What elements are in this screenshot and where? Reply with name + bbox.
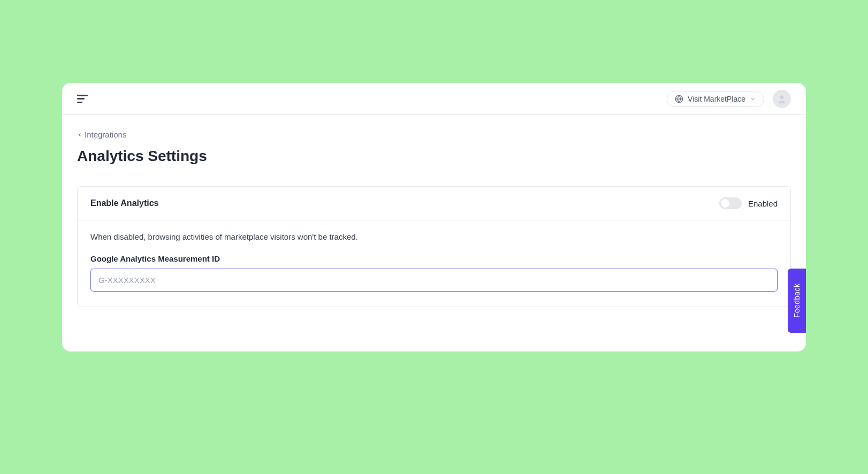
card-header: Enable Analytics Enabled <box>78 187 790 220</box>
enable-analytics-toggle[interactable] <box>719 197 742 209</box>
analytics-card: Enable Analytics Enabled When disabled, … <box>77 186 791 307</box>
main-content: Integrations Analytics Settings Enable A… <box>62 115 806 307</box>
globe-icon <box>675 95 683 103</box>
toggle-label: Enabled <box>748 199 778 208</box>
visit-marketplace-label: Visit MarketPlace <box>688 95 745 103</box>
menu-icon[interactable] <box>77 95 89 103</box>
avatar[interactable] <box>773 90 791 108</box>
card-title: Enable Analytics <box>90 198 158 208</box>
feedback-tab[interactable]: Feedback <box>788 269 806 333</box>
page-title: Analytics Settings <box>77 148 791 165</box>
feedback-label: Feedback <box>793 284 801 318</box>
breadcrumb-label: Integrations <box>85 130 126 139</box>
visit-marketplace-button[interactable]: Visit MarketPlace <box>667 91 764 107</box>
chevron-left-icon <box>77 131 82 139</box>
top-bar-right: Visit MarketPlace <box>667 90 791 108</box>
card-body: When disabled, browsing activities of ma… <box>78 220 790 307</box>
svg-point-1 <box>780 95 784 99</box>
card-toggle-group: Enabled <box>719 197 778 209</box>
user-icon <box>776 94 787 104</box>
measurement-id-label: Google Analytics Measurement ID <box>90 254 778 263</box>
app-background: Visit MarketPlace Integratio <box>0 0 868 474</box>
top-bar: Visit MarketPlace <box>62 83 806 115</box>
measurement-id-input[interactable] <box>90 269 778 292</box>
card-description: When disabled, browsing activities of ma… <box>90 232 778 241</box>
chevron-down-icon <box>750 96 756 102</box>
breadcrumb-back[interactable]: Integrations <box>77 130 126 139</box>
app-window: Visit MarketPlace Integratio <box>62 83 806 351</box>
